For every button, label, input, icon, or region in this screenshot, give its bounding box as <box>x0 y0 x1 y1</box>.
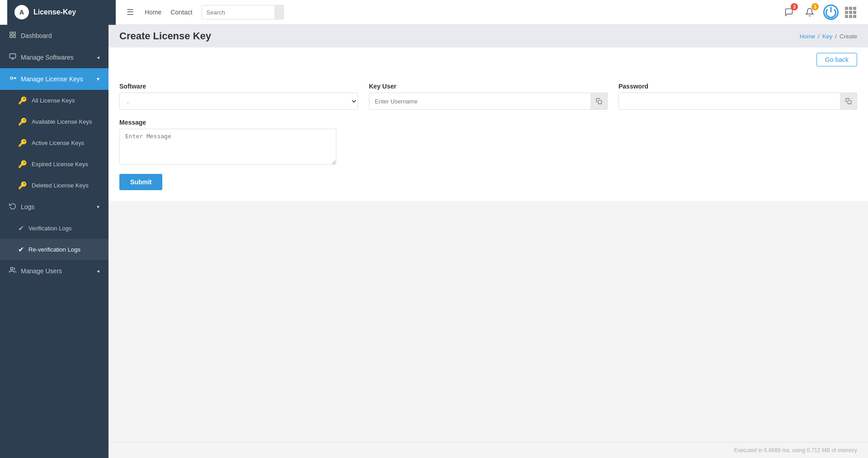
key-user-input[interactable] <box>369 93 608 110</box>
key-blue-icon: 🔑 <box>18 117 27 126</box>
chat-badge: 3 <box>791 3 798 10</box>
nav-contact-link[interactable]: Contact <box>170 9 192 16</box>
sidebar-item-manage-softwares[interactable]: Manage Softwares ◂ <box>0 47 108 68</box>
go-back-button[interactable]: Go back <box>816 53 857 66</box>
submit-button[interactable]: Submit <box>119 174 162 190</box>
go-back-row: Go back <box>108 47 868 72</box>
main-content: Create License Key Home / Key / Create G… <box>108 25 868 458</box>
key-yellow-icon: 🔑 <box>18 160 27 168</box>
form-group-message: Message <box>119 119 336 165</box>
key-user-copy-button[interactable] <box>590 93 608 110</box>
svg-rect-3 <box>10 32 12 34</box>
form-row-message: Message <box>119 119 336 165</box>
search-button[interactable] <box>274 5 283 19</box>
sidebar-label-dashboard: Dashboard <box>21 32 52 39</box>
sidebar-label-active-license-keys: Active License Keys <box>32 140 84 146</box>
form-group-software: Software . <box>119 83 358 110</box>
search-input[interactable] <box>202 9 274 16</box>
form-group-password: Password <box>618 83 857 110</box>
key-gray-icon: 🔑 <box>18 96 27 105</box>
key-green-icon: 🔑 <box>18 139 27 147</box>
check-icon: ✔ <box>18 224 24 233</box>
chevron-down-logs-icon: ▾ <box>97 204 99 210</box>
search-bar <box>202 5 284 19</box>
grid-apps-icon[interactable] <box>845 7 856 18</box>
page-title: Create License Key <box>119 30 211 42</box>
sidebar-item-deleted-license-keys[interactable]: 🔑 Deleted License Keys <box>0 175 108 196</box>
dashboard-icon <box>9 31 16 40</box>
chevron-users-icon: ◂ <box>97 268 99 274</box>
message-textarea[interactable] <box>119 129 336 165</box>
chevron-down-icon: ▾ <box>97 76 99 82</box>
sidebar-item-verification-logs[interactable]: ✔ Verification Logs <box>0 218 108 239</box>
svg-rect-15 <box>598 100 602 104</box>
content-spacer <box>108 201 868 442</box>
form-group-key-user: Key User <box>369 83 608 110</box>
sidebar-item-all-license-keys[interactable]: 🔑 All License Keys <box>0 90 108 111</box>
topnav-right: 3 3 <box>782 5 861 20</box>
svg-point-14 <box>10 267 13 270</box>
software-select[interactable]: . <box>119 93 358 110</box>
breadcrumb-home[interactable]: Home <box>800 33 816 40</box>
breadcrumb-key[interactable]: Key <box>822 33 832 40</box>
password-input-wrapper <box>618 93 857 110</box>
chat-icon-btn[interactable]: 3 <box>782 5 796 19</box>
sidebar-label-all-license-keys: All License Keys <box>32 97 75 104</box>
power-button[interactable] <box>823 5 839 20</box>
check-bold-icon: ✔ <box>18 245 24 254</box>
breadcrumb: Home / Key / Create <box>800 33 857 40</box>
chevron-icon: ◂ <box>97 54 99 61</box>
form-row-top: Software . Key User <box>119 83 857 110</box>
sidebar-label-manage-license-keys: Manage License Keys <box>21 75 83 83</box>
svg-rect-16 <box>848 100 851 104</box>
sidebar-label-deleted-license-keys: Deleted License Keys <box>32 182 89 189</box>
bell-badge: 3 <box>811 3 819 10</box>
sidebar-item-active-license-keys[interactable]: 🔑 Active License Keys <box>0 132 108 154</box>
form-area: Software . Key User <box>108 72 868 201</box>
svg-rect-4 <box>13 32 15 34</box>
users-icon <box>9 266 16 276</box>
brand-name: License-Key <box>33 8 76 16</box>
key-icon <box>9 75 16 84</box>
sidebar-item-expired-license-keys[interactable]: 🔑 Expired License Keys <box>0 154 108 175</box>
brand: A License-Key <box>7 0 116 25</box>
sidebar-label-available-license-keys: Available License Keys <box>32 118 92 125</box>
sidebar-item-reverification-logs[interactable]: ✔ Re-verification Logs <box>0 239 108 260</box>
footer: Executed in 6.6688 ms. using 0.712 MB of… <box>108 442 868 458</box>
key-user-input-wrapper <box>369 93 608 110</box>
form-submit-row: Submit <box>119 174 857 190</box>
history-icon <box>9 202 16 211</box>
sidebar-item-manage-license-keys[interactable]: Manage License Keys ▾ <box>0 68 108 90</box>
footer-text: Executed in 6.6688 ms. using 0.712 MB of… <box>734 447 857 453</box>
svg-rect-5 <box>13 35 15 37</box>
svg-point-10 <box>10 77 13 79</box>
software-label: Software <box>119 83 358 90</box>
sidebar-item-dashboard[interactable]: Dashboard <box>0 25 108 47</box>
password-label: Password <box>618 83 857 90</box>
sidebar-item-logs[interactable]: Logs ▾ <box>0 196 108 218</box>
monitor-icon <box>9 53 16 62</box>
breadcrumb-current: Create <box>840 33 857 40</box>
sidebar-item-manage-users[interactable]: Manage Users ◂ <box>0 260 108 282</box>
nav-home-link[interactable]: Home <box>145 9 161 16</box>
topnav-center: ☰ Home Contact <box>116 5 782 19</box>
sidebar-label-logs: Logs <box>21 203 34 210</box>
password-copy-button[interactable] <box>840 93 857 110</box>
hamburger-icon[interactable]: ☰ <box>125 5 136 19</box>
svg-rect-7 <box>9 54 15 58</box>
sidebar-label-manage-users: Manage Users <box>21 267 62 275</box>
sidebar-label-reverification-logs: Re-verification Logs <box>28 246 80 253</box>
layout: Dashboard Manage Softwares ◂ Manage Lice… <box>0 25 868 458</box>
breadcrumb-bar: Create License Key Home / Key / Create <box>108 25 868 47</box>
software-select-wrapper: . <box>119 93 358 110</box>
topnav: A License-Key ☰ Home Contact 3 <box>0 0 868 25</box>
key-red-icon: 🔑 <box>18 181 27 190</box>
key-user-label: Key User <box>369 83 608 90</box>
password-input[interactable] <box>618 93 857 110</box>
message-label: Message <box>119 119 336 126</box>
sidebar-label-manage-softwares: Manage Softwares <box>21 54 74 61</box>
svg-rect-6 <box>10 35 12 37</box>
bell-icon-btn[interactable]: 3 <box>802 5 817 19</box>
brand-icon: A <box>14 5 29 19</box>
sidebar-item-available-license-keys[interactable]: 🔑 Available License Keys <box>0 111 108 132</box>
